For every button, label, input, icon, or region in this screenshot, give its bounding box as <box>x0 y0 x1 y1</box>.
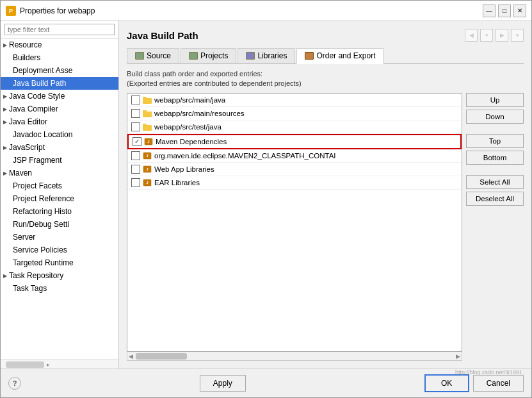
window-title: Properties for webapp <box>20 6 483 15</box>
minimize-button[interactable]: — <box>483 4 496 17</box>
entry-checkbox[interactable] <box>133 137 141 146</box>
entries-horizontal-scrollbar[interactable]: ◀ ▶ <box>127 352 462 361</box>
entry-icon <box>143 123 152 131</box>
tab-projects[interactable]: Projects <box>181 48 236 63</box>
sidebar-item[interactable]: Service Policies <box>1 244 118 256</box>
side-btn-top[interactable]: Top <box>466 134 524 148</box>
sidebar-item[interactable]: ▶Maven <box>1 167 118 179</box>
sidebar-item[interactable]: ▶Java Compiler <box>1 103 118 115</box>
sidebar-item-label: JavaScript <box>9 143 45 152</box>
entries-list: webapp/src/main/javawebapp/src/main/reso… <box>127 93 462 352</box>
sidebar-item[interactable]: ▶Resource <box>1 38 118 51</box>
side-btn-down[interactable]: Down <box>466 110 524 124</box>
back-dropdown[interactable]: ▾ <box>480 29 493 42</box>
entry-icon <box>143 96 152 104</box>
panel-header: Java Build Path ◀ ▾ ▶ ▾ <box>127 29 524 42</box>
entry-item[interactable]: JMaven Dependencies <box>127 134 462 149</box>
watermark: http://blog.csdn.net/liI1991 <box>455 369 522 376</box>
tab-label: Projects <box>200 51 228 60</box>
tab-label: Order and Export <box>316 51 375 60</box>
sidebar-item[interactable]: Targeted Runtime <box>1 256 118 269</box>
tab-order-and-export[interactable]: Order and Export <box>296 48 383 64</box>
entry-icon: J <box>143 152 152 160</box>
tab-label: Libraries <box>257 51 287 60</box>
sidebar-item-label: Java Editor <box>9 117 47 126</box>
tab-icon <box>189 52 198 60</box>
entry-checkbox[interactable] <box>131 178 140 187</box>
sidebar-item-label: Project Facets <box>13 181 62 190</box>
tab-libraries[interactable]: Libraries <box>238 48 295 63</box>
entry-checkbox[interactable] <box>131 151 140 160</box>
entry-icon <box>143 110 152 117</box>
sidebar-item-label: Service Policies <box>13 245 67 254</box>
sidebar-item[interactable]: Deployment Asse <box>1 64 118 77</box>
window-icon: P <box>6 6 16 16</box>
sidebar-item-label: Targeted Runtime <box>13 258 74 267</box>
side-btn-deselect-all[interactable]: Deselect All <box>466 192 524 206</box>
window-controls: — □ ✕ <box>483 4 526 17</box>
sidebar-horizontal-scrollbar[interactable]: ▸ <box>1 360 118 369</box>
sidebar-item-label: Maven <box>9 169 32 178</box>
entry-item[interactable]: webapp/src/main/java <box>127 94 462 107</box>
sidebar-item[interactable]: ▶Java Code Style <box>1 90 118 103</box>
sidebar-item[interactable]: Refactoring Histo <box>1 205 118 218</box>
sidebar-item[interactable]: Builders <box>1 51 118 64</box>
entry-item[interactable]: Jorg.maven.ide.eclipse.MAVEN2_CLASSPATH_… <box>127 149 462 163</box>
sidebar: ▶ResourceBuildersDeployment AsseJava Bui… <box>1 21 119 369</box>
sidebar-item[interactable]: Javadoc Location <box>1 128 118 141</box>
side-btn-select-all[interactable]: Select All <box>466 175 524 189</box>
sidebar-item-label: Resource <box>9 40 42 49</box>
forward-button[interactable]: ▶ <box>496 29 508 42</box>
sidebar-item[interactable]: Project Reference <box>1 192 118 205</box>
main-panel: Java Build Path ◀ ▾ ▶ ▾ SourceProjectsLi… <box>119 21 531 369</box>
apply-button[interactable]: Apply <box>200 375 246 392</box>
side-btn-bottom[interactable]: Bottom <box>466 151 524 165</box>
entry-checkbox[interactable] <box>131 165 140 174</box>
cancel-button[interactable]: Cancel <box>473 375 524 392</box>
entry-checkbox[interactable] <box>131 122 140 131</box>
filter-input[interactable] <box>4 24 115 35</box>
description: Build class path order and exported entr… <box>127 69 524 89</box>
entry-text: org.maven.ide.eclipse.MAVEN2_CLASSPATH_C… <box>154 152 336 160</box>
sidebar-item[interactable]: Java Build Path <box>1 77 118 90</box>
entry-icon: J <box>143 179 152 187</box>
nav-arrows: ◀ ▾ ▶ ▾ <box>465 29 524 42</box>
sidebar-item-label: Java Compiler <box>9 104 58 113</box>
entry-item[interactable]: webapp/src/main/resources <box>127 107 462 120</box>
sidebar-item[interactable]: ▶Task Repository <box>1 269 118 282</box>
sidebar-item[interactable]: Server <box>1 231 118 244</box>
entry-item[interactable]: JWeb App Libraries <box>127 163 462 176</box>
svg-text:J: J <box>146 167 148 171</box>
entry-checkbox[interactable] <box>131 95 140 104</box>
side-btn-up[interactable]: Up <box>466 93 524 107</box>
entry-item[interactable]: JEAR Libraries <box>127 176 462 190</box>
entry-item[interactable]: webapp/src/test/java <box>127 120 462 134</box>
svg-rect-5 <box>143 124 147 126</box>
sidebar-item[interactable]: ▶JavaScript <box>1 141 118 154</box>
sidebar-list: ▶ResourceBuildersDeployment AsseJava Bui… <box>1 38 118 360</box>
forward-dropdown[interactable]: ▾ <box>511 29 524 42</box>
help-button[interactable]: ? <box>8 377 21 390</box>
tab-icon <box>305 52 314 60</box>
sidebar-item[interactable]: ▶Java Editor <box>1 115 118 128</box>
entry-checkbox[interactable] <box>131 109 140 118</box>
tab-source[interactable]: Source <box>127 48 179 63</box>
sidebar-item[interactable]: Task Tags <box>1 282 118 295</box>
svg-rect-3 <box>143 110 147 113</box>
entry-icon: J <box>143 165 152 173</box>
sidebar-item[interactable]: Run/Debug Setti <box>1 218 118 231</box>
sidebar-item-label: Builders <box>13 53 40 62</box>
entry-text: EAR Libraries <box>154 179 200 187</box>
title-bar: P Properties for webapp — □ ✕ <box>1 1 531 21</box>
entry-icon: J <box>144 138 153 145</box>
sidebar-item[interactable]: JSP Fragment <box>1 154 118 167</box>
ok-button[interactable]: OK <box>424 374 469 392</box>
close-button[interactable]: ✕ <box>513 4 526 17</box>
back-button[interactable]: ◀ <box>465 29 478 42</box>
tabs-bar: SourceProjectsLibrariesOrder and Export <box>127 48 524 64</box>
svg-text:J: J <box>146 181 148 185</box>
maximize-button[interactable]: □ <box>498 4 511 17</box>
sidebar-item[interactable]: Project Facets <box>1 179 118 192</box>
svg-text:J: J <box>147 140 149 144</box>
sidebar-item-label: Java Build Path <box>13 79 66 88</box>
